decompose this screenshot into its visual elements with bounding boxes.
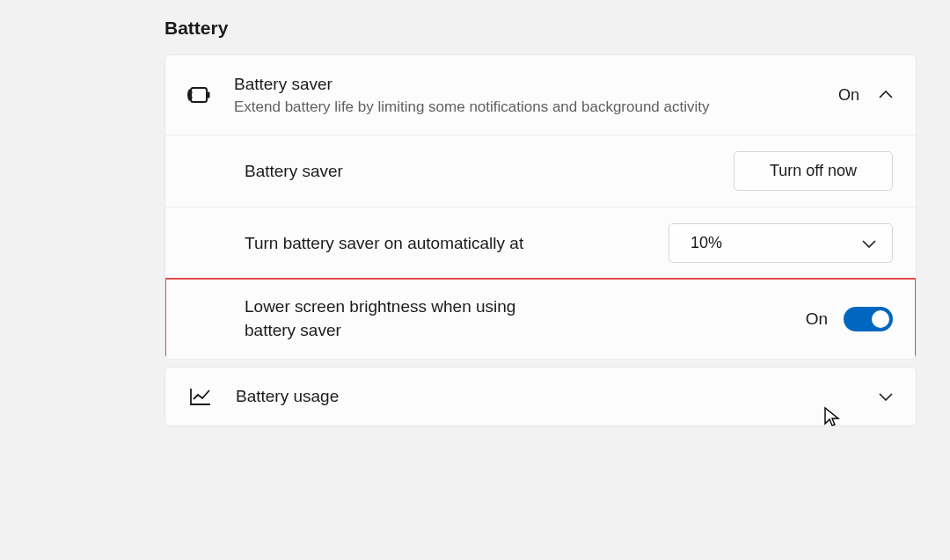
battery-saver-status: On	[838, 86, 859, 105]
battery-saver-card: Battery saver Extend battery life by lim…	[164, 55, 917, 360]
battery-usage-icon	[186, 387, 215, 406]
battery-saver-brightness-label: Lower screen brightness when using batte…	[245, 295, 534, 342]
battery-saver-header-text: Battery saver Extend battery life by lim…	[234, 73, 817, 117]
turn-off-now-button[interactable]: Turn off now	[734, 151, 893, 191]
battery-saver-header-right: On	[838, 86, 893, 105]
battery-saver-manual-label: Battery saver	[245, 160, 734, 184]
chevron-up-icon	[879, 88, 893, 102]
battery-saver-auto-row: Turn battery saver on automatically at 1…	[165, 207, 916, 280]
battery-saver-brightness-row: Lower screen brightness when using batte…	[165, 280, 916, 358]
battery-saver-title: Battery saver	[234, 73, 817, 96]
battery-saver-description: Extend battery life by limiting some not…	[234, 97, 817, 118]
svg-rect-0	[191, 88, 207, 102]
section-title: Battery	[164, 18, 917, 39]
brightness-toggle[interactable]	[844, 307, 893, 331]
battery-saver-header[interactable]: Battery saver Extend battery life by lim…	[165, 55, 916, 135]
battery-usage-row: Battery usage	[165, 367, 916, 425]
battery-saver-auto-label: Turn battery saver on automatically at	[245, 232, 669, 256]
brightness-toggle-state: On	[806, 309, 828, 329]
battery-usage-label: Battery usage	[236, 387, 858, 406]
toggle-knob	[872, 310, 889, 328]
chevron-down-icon	[879, 389, 893, 404]
battery-saver-threshold-select[interactable]: 10%	[669, 223, 893, 263]
battery-saver-threshold-value: 10%	[691, 234, 722, 252]
battery-saver-manual-row: Battery saver Turn off now	[165, 135, 916, 207]
brightness-toggle-wrap: On	[806, 307, 893, 331]
battery-usage-card[interactable]: Battery usage	[164, 367, 917, 426]
svg-rect-1	[208, 92, 210, 98]
battery-saver-icon	[185, 85, 213, 105]
chevron-down-icon	[862, 236, 876, 251]
